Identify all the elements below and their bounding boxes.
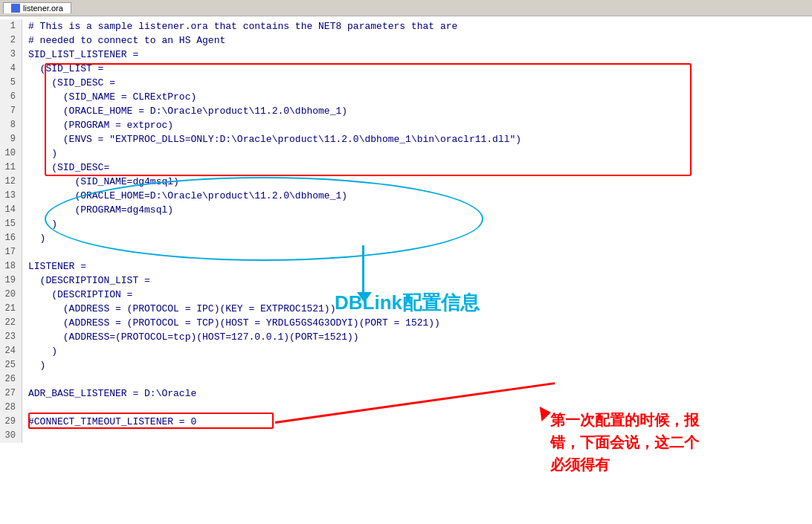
line-number: 7: [0, 104, 22, 118]
code-line-29: 29#CONNECT_TIMEOUT_LISTENER = 0: [0, 415, 812, 429]
code-line-23: 23 (ADDRESS=(PROTOCOL=tcp)(HOST=127.0.0.…: [0, 330, 812, 344]
line-content: [22, 372, 28, 386]
line-number: 1: [0, 19, 22, 33]
code-line-18: 18LISTENER =: [0, 259, 812, 274]
line-content: LISTENER =: [22, 259, 86, 274]
line-number: 16: [0, 231, 22, 245]
line-number: 8: [0, 118, 22, 132]
code-line-19: 19 (DESCRIPTION_LIST =: [0, 274, 812, 288]
line-content: (PROGRAM = extproc): [22, 118, 173, 132]
line-content: [22, 401, 28, 415]
code-line-12: 12 (SID_NAME=dg4msql): [0, 175, 812, 189]
line-number: 6: [0, 90, 22, 104]
code-line-26: 26: [0, 372, 812, 386]
code-line-15: 15 ): [0, 217, 812, 231]
code-line-16: 16 ): [0, 231, 812, 245]
code-line-5: 5 (SID_DESC =: [0, 76, 812, 90]
line-content: (ADDRESS = (PROTOCOL = IPC)(KEY = EXTPRO…: [22, 302, 335, 316]
code-line-30: 30: [0, 429, 812, 443]
line-number: 26: [0, 372, 22, 386]
code-line-20: 20 (DESCRIPTION =: [0, 288, 812, 302]
line-content: (ORACLE_HOME=D:\Oracle\product\11.2.0\db…: [22, 189, 347, 203]
line-number: 3: [0, 48, 22, 62]
line-number: 19: [0, 274, 22, 288]
title-bar: listener.ora: [0, 0, 812, 16]
line-content: [22, 429, 28, 443]
line-content: ): [22, 231, 45, 245]
line-content: ): [22, 146, 57, 161]
line-content: SID_LIST_LISTENER =: [22, 48, 138, 62]
chinese-line3: 必须得有: [550, 456, 610, 473]
code-line-4: 4 (SID_LIST =: [0, 62, 812, 76]
line-content: (DESCRIPTION_LIST =: [22, 274, 150, 288]
line-number: 9: [0, 132, 22, 146]
code-line-13: 13 (ORACLE_HOME=D:\Oracle\product\11.2.0…: [0, 189, 812, 203]
code-line-6: 6 (SID_NAME = CLRExtProc): [0, 90, 812, 104]
code-line-24: 24 ): [0, 344, 812, 358]
code-line-7: 7 (ORACLE_HOME = D:\Oracle\product\11.2.…: [0, 104, 812, 118]
line-content: (ENVS = "EXTPROC_DLLS=ONLY:D:\Oracle\pro…: [22, 132, 521, 146]
line-content: (ORACLE_HOME = D:\Oracle\product\11.2.0\…: [22, 104, 347, 118]
tab-label: listener.ora: [23, 4, 63, 13]
code-line-17: 17: [0, 245, 812, 259]
line-content: (SID_DESC=: [22, 161, 109, 175]
line-content: (SID_NAME = CLRExtProc): [22, 90, 196, 104]
line-number: 4: [0, 62, 22, 76]
line-content: ): [22, 217, 57, 231]
code-line-14: 14 (PROGRAM=dg4msql): [0, 203, 812, 217]
line-number: 21: [0, 302, 22, 316]
line-number: 2: [0, 33, 22, 48]
code-line-27: 27ADR_BASE_LISTENER = D:\Oracle: [0, 386, 812, 401]
line-content: (PROGRAM=dg4msql): [22, 203, 173, 217]
code-line-11: 11 (SID_DESC=: [0, 161, 812, 175]
line-content: #CONNECT_TIMEOUT_LISTENER = 0: [22, 415, 196, 429]
code-line-2: 2# needed to connect to an HS Agent: [0, 33, 812, 48]
line-number: 11: [0, 161, 22, 175]
code-line-28: 28: [0, 401, 812, 415]
line-content: [22, 245, 28, 259]
line-content: (SID_LIST =: [22, 62, 103, 76]
line-number: 29: [0, 415, 22, 429]
line-number: 22: [0, 316, 22, 330]
line-content: # This is a sample listener.ora that con…: [22, 19, 457, 33]
line-number: 25: [0, 358, 22, 372]
line-number: 13: [0, 189, 22, 203]
line-number: 24: [0, 344, 22, 358]
code-line-21: 21 (ADDRESS = (PROTOCOL = IPC)(KEY = EXT…: [0, 302, 812, 316]
line-number: 18: [0, 259, 22, 274]
code-line-22: 22 (ADDRESS = (PROTOCOL = TCP)(HOST = YR…: [0, 316, 812, 330]
line-number: 5: [0, 76, 22, 90]
line-content: ADR_BASE_LISTENER = D:\Oracle: [22, 386, 196, 401]
code-line-3: 3SID_LIST_LISTENER =: [0, 48, 812, 62]
line-content: ): [22, 358, 45, 372]
code-line-25: 25 ): [0, 358, 812, 372]
line-content: ): [22, 344, 57, 358]
line-number: 12: [0, 175, 22, 189]
line-content: (SID_NAME=dg4msql): [22, 175, 179, 189]
line-content: (DESCRIPTION =: [22, 288, 132, 302]
code-line-10: 10 ): [0, 146, 812, 161]
line-number: 17: [0, 245, 22, 259]
file-icon: [11, 4, 20, 13]
line-number: 10: [0, 146, 22, 161]
code-line-1: 1# This is a sample listener.ora that co…: [0, 19, 812, 33]
line-number: 14: [0, 203, 22, 217]
line-number: 20: [0, 288, 22, 302]
code-line-9: 9 (ENVS = "EXTPROC_DLLS=ONLY:D:\Oracle\p…: [0, 132, 812, 146]
line-number: 28: [0, 401, 22, 415]
line-number: 23: [0, 330, 22, 344]
line-content: (ADDRESS = (PROTOCOL = TCP)(HOST = YRDLG…: [22, 316, 440, 330]
line-number: 30: [0, 429, 22, 443]
code-editor: 1# This is a sample listener.ora that co…: [0, 16, 812, 446]
code-line-8: 8 (PROGRAM = extproc): [0, 118, 812, 132]
line-number: 27: [0, 386, 22, 401]
line-content: # needed to connect to an HS Agent: [22, 33, 225, 48]
file-tab[interactable]: listener.ora: [3, 2, 71, 13]
line-content: (ADDRESS=(PROTOCOL=tcp)(HOST=127.0.0.1)(…: [22, 330, 359, 344]
line-number: 15: [0, 217, 22, 231]
line-content: (SID_DESC =: [22, 76, 115, 90]
